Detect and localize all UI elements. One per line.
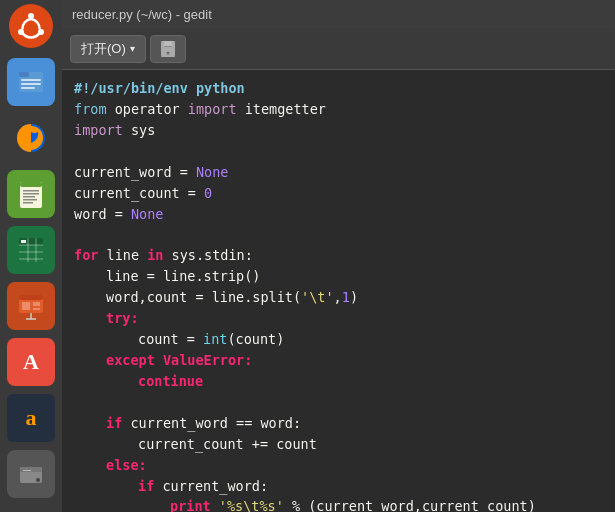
save-button[interactable] — [150, 35, 186, 63]
svg-rect-15 — [23, 199, 37, 201]
svg-rect-31 — [33, 308, 40, 310]
amazon-icon[interactable]: a — [7, 394, 55, 442]
line-18: current_count += count — [74, 434, 603, 455]
main-area: reducer.py (~/wc) - gedit 打开(O) ▾ #!/usr… — [62, 0, 615, 512]
line-20: if current_word: — [74, 476, 603, 497]
line-8 — [74, 224, 603, 245]
text-editor-icon[interactable] — [7, 170, 55, 218]
svg-rect-38 — [164, 41, 172, 46]
open-label: 打开(O) — [81, 40, 126, 58]
svg-rect-16 — [23, 202, 33, 204]
svg-point-1 — [28, 13, 34, 19]
line-21: print '%s\t%s' % (current_word,current_c… — [74, 496, 603, 512]
svg-rect-5 — [19, 72, 29, 77]
line-12: try: — [74, 308, 603, 329]
title-bar: reducer.py (~/wc) - gedit — [62, 0, 615, 28]
svg-point-34 — [36, 478, 40, 482]
svg-rect-11 — [20, 182, 42, 187]
drive-icon[interactable] — [7, 450, 55, 498]
line-4 — [74, 141, 603, 162]
svg-rect-24 — [21, 240, 26, 243]
line-14: except ValueError: — [74, 350, 603, 371]
line-6: current_count = 0 — [74, 183, 603, 204]
presentation-icon[interactable] — [7, 282, 55, 330]
line-7: word = None — [74, 204, 603, 225]
save-icon — [159, 40, 177, 58]
sidebar: A a — [0, 0, 62, 512]
line-2: from operator import itemgetter — [74, 99, 603, 120]
svg-rect-12 — [23, 190, 39, 192]
svg-rect-33 — [20, 467, 42, 472]
svg-rect-26 — [19, 295, 43, 300]
line-11: word,count = line.split('\t',1) — [74, 287, 603, 308]
svg-rect-7 — [21, 83, 41, 85]
svg-rect-13 — [23, 193, 39, 195]
svg-rect-14 — [23, 196, 35, 198]
svg-rect-30 — [33, 302, 40, 306]
line-13: count = int(count) — [74, 329, 603, 350]
firefox-icon[interactable] — [7, 114, 55, 162]
line-9: for line in sys.stdin: — [74, 245, 603, 266]
code-area[interactable]: #!/usr/bin/env python from operator impo… — [62, 70, 615, 512]
window-title: reducer.py (~/wc) - gedit — [72, 7, 212, 22]
ubuntu-icon[interactable] — [9, 4, 53, 48]
svg-rect-8 — [21, 87, 35, 89]
toolbar: 打开(O) ▾ — [62, 28, 615, 70]
files-icon[interactable] — [7, 58, 55, 106]
line-10: line = line.strip() — [74, 266, 603, 287]
svg-rect-35 — [23, 470, 31, 471]
line-16 — [74, 392, 603, 413]
font-icon[interactable]: A — [7, 338, 55, 386]
line-3: import sys — [74, 120, 603, 141]
line-17: if current_word == word: — [74, 413, 603, 434]
line-1: #!/usr/bin/env python — [74, 78, 603, 99]
spreadsheet-icon[interactable] — [7, 226, 55, 274]
svg-rect-29 — [22, 302, 30, 310]
line-19: else: — [74, 455, 603, 476]
svg-rect-6 — [21, 79, 41, 81]
open-dropdown-arrow: ▾ — [130, 43, 135, 54]
line-15: continue — [74, 371, 603, 392]
open-button[interactable]: 打开(O) ▾ — [70, 35, 146, 63]
line-5: current_word = None — [74, 162, 603, 183]
